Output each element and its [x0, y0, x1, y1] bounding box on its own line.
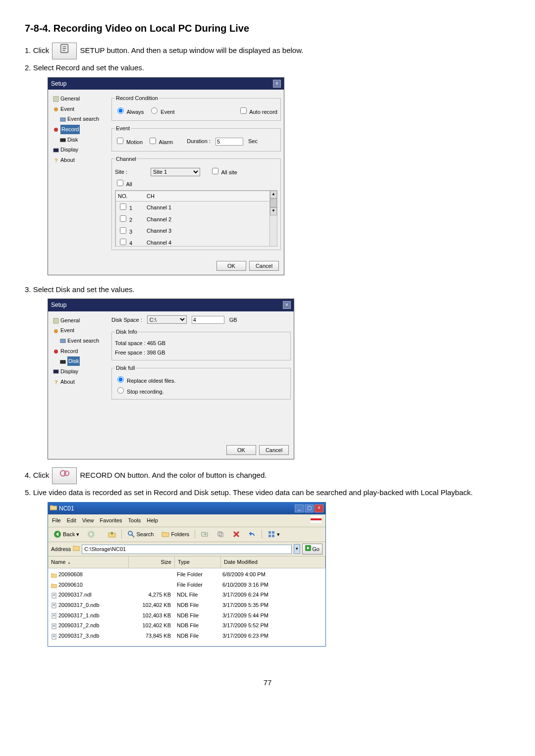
check-alarm[interactable]: Alarm [148, 136, 173, 147]
step-3: 3. Select Disk and set the values. [25, 283, 510, 296]
radio-stop[interactable]: Stop recording. [115, 389, 164, 395]
tree-record[interactable]: Record [52, 124, 107, 135]
folder-icon [51, 571, 57, 577]
scroll-up-icon[interactable]: ▲ [270, 191, 277, 199]
channel-row[interactable]: 2Channel 2 [116, 213, 277, 225]
maximize-icon[interactable]: ▢ [305, 504, 314, 512]
tree2-display[interactable]: Display [52, 366, 107, 377]
tree2-general[interactable]: General [52, 315, 107, 326]
go-button[interactable]: Go [302, 544, 322, 555]
close-icon-2[interactable]: × [283, 301, 291, 309]
move-to-button[interactable] [198, 529, 211, 539]
menu-tools[interactable]: Tools [128, 516, 141, 525]
check-autorecord[interactable]: Auto record [238, 106, 277, 117]
tree2-record[interactable]: Record [52, 346, 107, 356]
forward-button[interactable] [85, 529, 98, 539]
channel-check[interactable] [120, 227, 126, 234]
check-motion[interactable]: Motion [115, 136, 143, 147]
channel-check[interactable] [120, 239, 126, 245]
window-close-icon[interactable]: × [315, 504, 323, 512]
folders-button[interactable]: Folders [159, 529, 192, 540]
svg-rect-6 [60, 118, 65, 121]
scrollbar[interactable]: ▲ ▼ [269, 191, 277, 246]
radio-replace[interactable]: Replace oldest files. [115, 378, 176, 384]
menu-edit[interactable]: Edit [67, 516, 76, 525]
free-space-text: Free space : 398 GB [115, 348, 287, 357]
event-group: Event Motion Alarm Duration : Sec [111, 124, 281, 151]
views-button[interactable]: ▾ [265, 529, 282, 540]
move-to-icon [201, 530, 209, 538]
total-space-text: Total space : 465 GB [115, 339, 287, 348]
duration-input[interactable] [215, 138, 243, 146]
ok-button[interactable]: OK [216, 261, 246, 271]
address-input[interactable] [82, 545, 292, 554]
col-date[interactable]: Date Modified [221, 556, 325, 568]
file-row[interactable]: 20090608File Folder6/8/2009 4:00 PM [48, 569, 325, 580]
file-row[interactable]: 20090317_1.ndb102,403 KBNDB File3/17/200… [48, 610, 325, 621]
setup-button-icon[interactable] [52, 43, 77, 59]
file-row[interactable]: 20090317.ndl4,275 KBNDL File3/17/2009 6:… [48, 590, 325, 600]
tree-display[interactable]: Display [52, 145, 107, 155]
file-row[interactable]: 20090317_2.ndb102,402 KBNDB File3/17/200… [48, 620, 325, 631]
close-icon[interactable]: × [273, 80, 281, 88]
tree2-disk[interactable]: Disk [59, 356, 107, 366]
site-select[interactable]: Site 1 [151, 168, 200, 176]
scroll-down-icon[interactable]: ▼ [270, 207, 277, 215]
scroll-thumb[interactable] [270, 199, 277, 207]
undo-button[interactable] [246, 529, 259, 539]
delete-button[interactable] [230, 529, 243, 539]
tree2-about[interactable]: ?About [52, 377, 107, 387]
menu-favorites[interactable]: Favorites [100, 516, 122, 525]
radio-event[interactable]: Event [149, 106, 174, 117]
file-row[interactable]: 20090610File Folder6/10/2009 3:16 PM [48, 580, 325, 590]
back-icon [54, 530, 61, 538]
tree2-event[interactable]: Event [52, 325, 107, 336]
col-size[interactable]: Size [129, 556, 175, 568]
col-type[interactable]: Type [175, 556, 221, 568]
setup-titlebar-2: Setup × [48, 299, 294, 311]
tree-event[interactable]: Event [52, 104, 107, 114]
setup-window-disk: Setup × General Event Event search Recor… [48, 299, 294, 459]
file-row[interactable]: 20090317_3.ndb73,845 KBNDB File3/17/2009… [48, 631, 325, 641]
search-button[interactable]: Search [125, 529, 157, 540]
disk-size-input[interactable] [192, 316, 224, 324]
back-button[interactable]: Back ▾ [51, 529, 82, 540]
tree-eventsearch[interactable]: Event search [59, 114, 107, 124]
channel-row[interactable]: 3Channel 3 [116, 225, 277, 237]
file-row[interactable]: 20090317_0.ndb102,402 KBNDB File3/17/200… [48, 600, 325, 610]
drive-select[interactable]: C:\ [147, 315, 187, 324]
check-allsite[interactable]: All site [210, 166, 237, 177]
channel-row[interactable]: 1Channel 1 [116, 202, 277, 213]
svg-point-7 [54, 128, 58, 132]
section-title: 7-8-4. Recording Video on Local PC Durin… [25, 20, 510, 37]
tree-disk[interactable]: Disk [59, 135, 107, 145]
menu-file[interactable]: File [52, 516, 61, 525]
record-on-button-icon[interactable] [52, 467, 77, 484]
cancel-button-2[interactable]: Cancel [259, 445, 289, 455]
tree-general[interactable]: General [52, 94, 107, 104]
check-all[interactable]: All [115, 178, 132, 189]
copy-to-button[interactable] [214, 529, 227, 539]
up-folder-icon [108, 530, 116, 538]
svg-rect-9 [54, 149, 58, 152]
col-name[interactable]: Name ▲ [48, 556, 129, 568]
disk-unit: GB [229, 315, 237, 325]
tree2-eventsearch[interactable]: Event search [59, 336, 107, 346]
up-button[interactable] [106, 529, 118, 539]
address-dropdown-icon[interactable]: ▾ [294, 544, 300, 554]
channel-row[interactable]: 4Channel 4 [116, 237, 277, 246]
cancel-button[interactable]: Cancel [249, 261, 279, 271]
tree-about[interactable]: ?About [52, 155, 107, 165]
page-number: 77 [25, 676, 510, 689]
file-icon [51, 592, 57, 598]
svg-point-5 [54, 107, 58, 111]
radio-always[interactable]: Always [115, 106, 144, 117]
file-list: 20090608File Folder6/8/2009 4:00 PM20090… [48, 568, 325, 646]
ok-button-2[interactable]: OK [226, 445, 256, 455]
svg-text:?: ? [54, 379, 58, 385]
channel-check[interactable] [120, 215, 126, 222]
menu-view[interactable]: View [82, 516, 94, 525]
minimize-icon[interactable]: _ [295, 504, 304, 512]
menu-help[interactable]: Help [147, 516, 158, 525]
channel-check[interactable] [120, 203, 126, 210]
